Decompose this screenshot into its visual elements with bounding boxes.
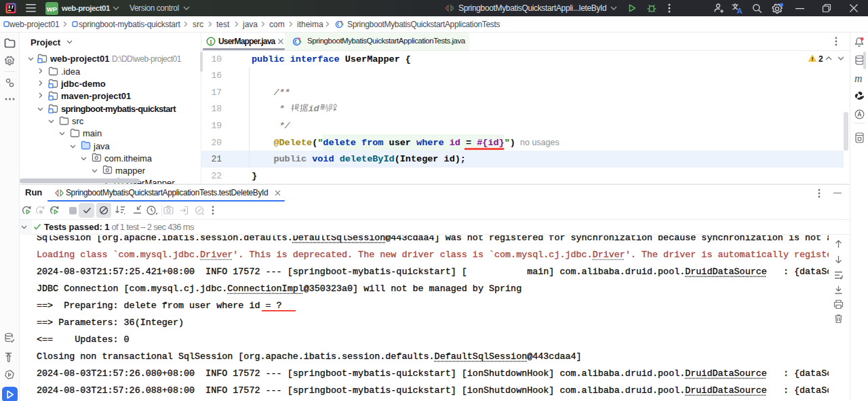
svg-text:2: 2 [818, 54, 823, 64]
svg-text:A: A [736, 7, 742, 14]
svg-text:WP: WP [47, 5, 58, 12]
svg-text:I: I [210, 39, 212, 45]
